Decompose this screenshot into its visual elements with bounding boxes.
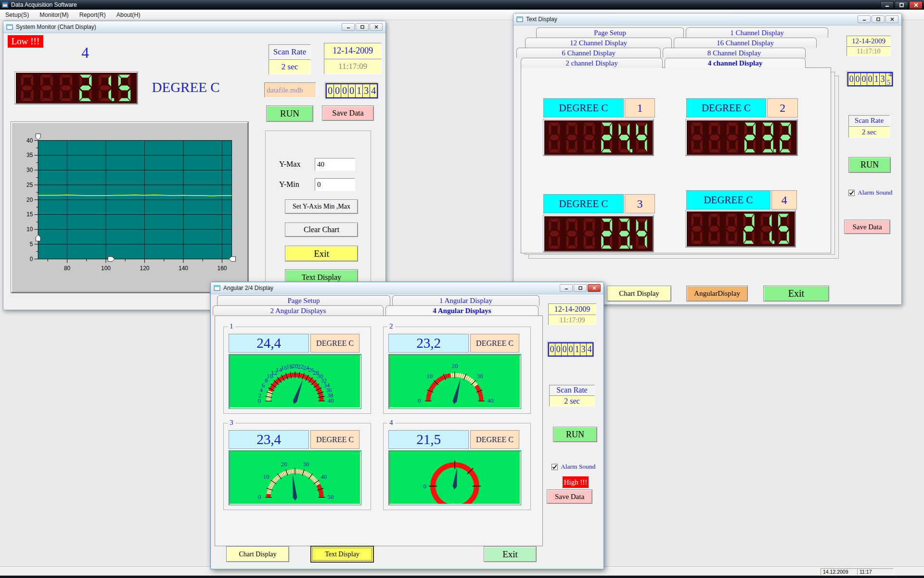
save-data-button[interactable]: Save Data — [547, 489, 592, 504]
run-button[interactable]: RUN — [553, 427, 597, 442]
form-icon — [214, 285, 220, 291]
app-icon — [2, 2, 8, 8]
tab-8-channel[interactable]: 8 Channel Display — [663, 48, 806, 58]
time-display: 11:17:09 — [548, 315, 596, 325]
channel-1-number: 1 — [625, 98, 655, 118]
maximize-icon[interactable] — [895, 1, 908, 9]
menu-setup[interactable]: Setup(S) — [0, 10, 34, 20]
maximize-icon[interactable] — [356, 23, 369, 31]
channel-2-number: 2 — [767, 98, 798, 118]
alarm-sound-label: Alarm Sound — [858, 189, 892, 197]
desktop: Data Acquisition Software Setup(S) Monit… — [0, 0, 924, 578]
svg-text:5: 5 — [30, 241, 33, 248]
time-display: 11:17:09 — [324, 59, 382, 74]
clear-chart-button[interactable]: Clear Chart — [285, 223, 358, 237]
svg-text:80: 80 — [64, 265, 71, 272]
gauge-3-value: 23,4 — [229, 430, 309, 449]
angular-display-titlebar[interactable]: Angular 2/4 Display — [211, 282, 603, 294]
save-data-button[interactable]: Save Data — [322, 105, 374, 121]
scan-rate-value: 2 sec — [269, 59, 311, 75]
svg-text:100: 100 — [101, 265, 111, 272]
angular-display-button[interactable]: AngularDisplay — [686, 286, 748, 302]
text-display-titlebar[interactable]: Text Display — [513, 13, 901, 26]
system-monitor-titlebar[interactable]: System Monitor (Chart Display) — [3, 21, 385, 33]
window-system-monitor: System Monitor (Chart Display) Low !!! 4… — [3, 21, 386, 310]
alarm-sound-row: Alarm Sound — [848, 189, 892, 197]
close-icon[interactable] — [886, 15, 898, 23]
form-icon — [516, 16, 523, 22]
minimize-icon[interactable] — [858, 15, 871, 23]
time-display: 11:17:10 — [847, 46, 891, 56]
channel-number: 4 — [75, 44, 96, 62]
run-button[interactable]: RUN — [266, 105, 313, 122]
chart-display-button[interactable]: Chart Display — [607, 286, 671, 302]
y-max-input[interactable] — [315, 158, 355, 171]
gauge-3-number: 3 — [228, 419, 235, 427]
run-button[interactable]: RUN — [848, 157, 891, 173]
close-icon[interactable] — [588, 284, 601, 292]
menu-report[interactable]: Report(R) — [74, 10, 111, 20]
maximize-icon[interactable] — [574, 284, 587, 292]
svg-text:50: 50 — [328, 494, 334, 500]
gauge-1-unit: DEGREE C — [310, 334, 359, 353]
svg-text:35: 35 — [26, 152, 33, 158]
svg-text:20: 20 — [281, 461, 287, 468]
menu-about[interactable]: About(H) — [111, 10, 146, 20]
svg-text:40: 40 — [321, 473, 327, 480]
svg-text:10: 10 — [26, 226, 33, 233]
tab-16-channel[interactable]: 16 Channel Display — [674, 38, 817, 48]
exit-button[interactable]: Exit — [285, 246, 358, 262]
alarm-sound-checkbox[interactable] — [552, 464, 558, 470]
tab-2-channel[interactable]: 2 channel Display — [521, 58, 663, 68]
save-data-button[interactable]: Save Data — [844, 220, 890, 234]
svg-text:140: 140 — [179, 265, 188, 272]
channel-4-number: 4 — [771, 190, 797, 210]
set-y-axis-button[interactable]: Set Y-Axis Min ,Max — [285, 199, 358, 214]
y-max-label: Y-Max — [279, 159, 311, 170]
svg-text:160: 160 — [218, 265, 227, 272]
alarm-sound-checkbox[interactable] — [848, 190, 855, 196]
scan-counter: 00001345 — [847, 72, 893, 86]
form-icon — [6, 24, 13, 30]
tab-page-setup[interactable]: Page Setup — [536, 27, 684, 38]
gauge-1-dial: 0246810121416182022242628303234363840 — [229, 355, 361, 408]
svg-text:120: 120 — [140, 265, 150, 272]
svg-text:30: 30 — [303, 461, 309, 468]
tab-4-angular-active[interactable]: 4 Angular Displays — [385, 305, 539, 315]
tab-1-channel[interactable]: 1 Channel Display — [686, 27, 828, 38]
tab-page-setup[interactable]: Page Setup — [217, 295, 390, 305]
scan-counter: 0000134 — [548, 342, 593, 356]
exit-button[interactable]: Exit — [484, 546, 537, 562]
close-icon[interactable] — [909, 1, 923, 9]
tab-1-angular[interactable]: 1 Angular Display — [392, 295, 539, 305]
minimize-icon[interactable] — [880, 1, 894, 9]
status-date: 14.12.2009 — [821, 568, 857, 575]
alarm-sound-row: Alarm Sound — [552, 463, 595, 471]
gauge-4-number: 4 — [387, 419, 395, 427]
y-min-input[interactable] — [315, 178, 355, 191]
tab-2-angular[interactable]: 2 Angular Displays — [213, 305, 384, 315]
tab-6-channel[interactable]: 6 Channel Display — [516, 48, 661, 58]
taskbar-edge — [0, 576, 924, 578]
menu-monitor[interactable]: Monitor(M) — [34, 10, 74, 20]
tab-12-channel[interactable]: 12 Channel Display — [525, 38, 672, 48]
datafile-field[interactable]: datafile.mdb — [264, 82, 316, 98]
text-display-button[interactable]: Text Display — [311, 546, 373, 562]
exit-button[interactable]: Exit — [763, 286, 829, 302]
close-icon[interactable] — [370, 23, 383, 31]
channel-2-display — [686, 119, 797, 156]
minimize-icon[interactable] — [560, 284, 573, 292]
date-display: 12-14-2009 — [324, 43, 382, 59]
channel-4-display — [686, 210, 796, 247]
gauge-group-3: 3 23,4 DEGREE C 01020304050 — [223, 423, 371, 510]
channel-3-display — [543, 215, 654, 252]
trend-chart[interactable]: 051015202530354080100120140160 — [11, 122, 248, 293]
main-titlebar[interactable]: Data Acquisition Software — [0, 0, 924, 10]
svg-text:0: 0 — [423, 483, 426, 490]
chart-display-button[interactable]: Chart Display — [226, 546, 289, 562]
gauge-4-value: 21,5 — [388, 430, 469, 449]
gauge-group-1: 1 24,4 DEGREE C 024681012141618202224262… — [223, 327, 371, 414]
minimize-icon[interactable] — [342, 23, 355, 31]
tab-4-channel-active[interactable]: 4 channel Display — [665, 58, 806, 68]
maximize-icon[interactable] — [872, 15, 885, 23]
